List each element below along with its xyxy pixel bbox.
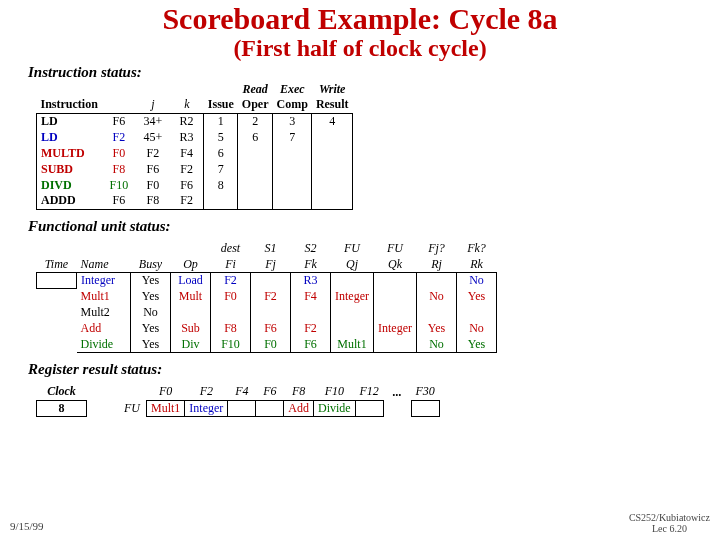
reg-row: 8 FU Mult1 Integer Add Divide <box>37 400 440 416</box>
footer-right: CS252/Kubiatowicz Lec 6.20 <box>629 512 710 534</box>
footer-date: 9/15/99 <box>10 520 44 532</box>
instr-row: MULTD F0 F2 F4 6 <box>37 145 353 161</box>
col-instruction: Instruction <box>37 97 102 113</box>
instr-row: SUBD F8 F6 F2 7 <box>37 161 353 177</box>
instr-row: ADDD F6 F8 F2 <box>37 193 353 209</box>
col-exec: Exec <box>273 81 312 97</box>
instruction-status-table: Read Exec Write Instruction j k Issue Op… <box>36 81 353 210</box>
fu-row: Mult2 No <box>37 305 497 321</box>
fu-row: Divide Yes Div F10 F0 F6 Mult1 No Yes <box>37 337 497 353</box>
footer-course: CS252/Kubiatowicz <box>629 512 710 523</box>
fu-status-label: Functional unit status: <box>28 218 700 235</box>
col-comp: Comp <box>273 97 312 113</box>
fu-row: Integer Yes Load F2 R3 No <box>37 273 497 289</box>
fu-row: Mult1 Yes Mult F0 F2 F4 Integer No Yes <box>37 289 497 305</box>
fu-status-table: dest S1 S2 FU FU Fj? Fk? Time Name Busy … <box>36 241 497 354</box>
col-write: Write <box>312 81 353 97</box>
clock-value: 8 <box>37 400 87 416</box>
instr-row: DIVD F10 F0 F6 8 <box>37 177 353 193</box>
col-oper: Oper <box>238 97 273 113</box>
col-issue: Issue <box>204 97 238 113</box>
col-clock: Clock <box>37 384 87 400</box>
fu-row: Add Yes Sub F8 F6 F2 Integer Yes No <box>37 321 497 337</box>
footer-lec: Lec 6.20 <box>629 523 710 534</box>
instr-row: LD F6 34+ R2 1 2 3 4 <box>37 113 353 129</box>
slide-subtitle: (First half of clock cycle) <box>0 36 720 60</box>
reg-status-label: Register result status: <box>28 361 700 378</box>
slide-title: Scoreboard Example: Cycle 8a <box>0 0 720 34</box>
col-j: j <box>136 97 170 113</box>
reg-status-table: Clock F0 F2 F4 F6 F8 F10 F12 ... F30 8 F… <box>36 384 440 417</box>
col-result: Result <box>312 97 353 113</box>
instr-row: LD F2 45+ R3 5 6 7 <box>37 129 353 145</box>
col-k: k <box>170 97 204 113</box>
col-read: Read <box>238 81 273 97</box>
slide-body: Instruction status: Read Exec Write Inst… <box>0 60 720 417</box>
instruction-status-label: Instruction status: <box>28 64 700 81</box>
